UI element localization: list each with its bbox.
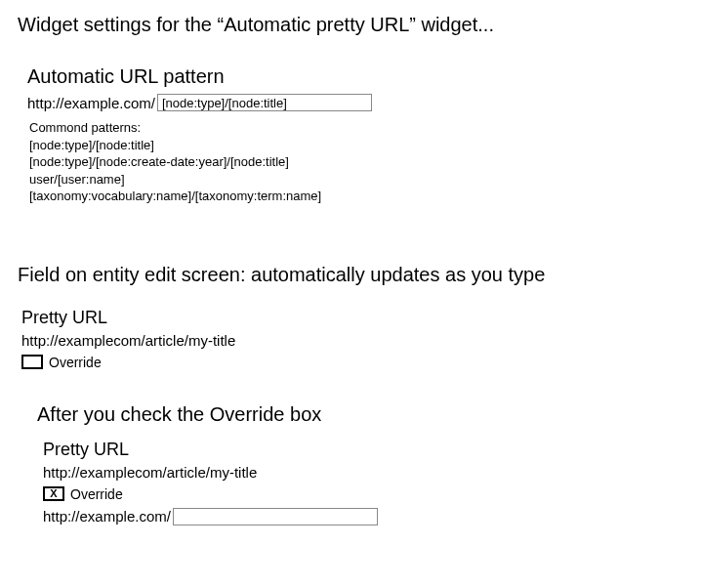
pretty-url-value: http://examplecom/article/my-title xyxy=(21,332,683,349)
hint-line: [taxonomy:vocabulary:name]/[taxonomy:ter… xyxy=(29,188,683,205)
override-checkbox-checked[interactable]: X xyxy=(43,486,64,501)
override-input-row: http://example.com/ xyxy=(43,508,683,525)
override-row: Override xyxy=(21,355,683,370)
pretty-url-label: Pretty URL xyxy=(21,308,683,328)
pattern-input-row: http://example.com/ xyxy=(27,94,683,111)
url-prefix-after: http://example.com/ xyxy=(43,508,171,525)
override-label-after: Override xyxy=(70,486,123,502)
after-heading: After you check the Override box xyxy=(37,403,683,426)
override-url-input[interactable] xyxy=(173,508,378,525)
widget-settings-section: Automatic URL pattern http://example.com… xyxy=(18,65,683,205)
entity-edit-heading: Field on entity edit screen: automatical… xyxy=(18,264,683,286)
override-row-checked: X Override xyxy=(43,486,683,502)
pattern-hints: Commond patterns: [node:type]/[node:titl… xyxy=(27,119,683,205)
override-label: Override xyxy=(49,355,102,370)
url-prefix-label: http://example.com/ xyxy=(27,95,155,111)
pattern-heading: Automatic URL pattern xyxy=(27,65,683,88)
hint-line: [node:type]/[node:title] xyxy=(29,137,683,154)
pretty-url-label-after: Pretty URL xyxy=(43,440,683,460)
pattern-input[interactable] xyxy=(157,94,372,111)
entity-edit-section: Field on entity edit screen: automatical… xyxy=(18,264,683,370)
after-override-section: After you check the Override box Pretty … xyxy=(18,403,683,525)
hint-line: [node:type]/[node:create-date:year]/[nod… xyxy=(29,153,683,171)
pretty-url-value-after: http://examplecom/article/my-title xyxy=(43,464,683,481)
page-title: Widget settings for the “Automatic prett… xyxy=(18,14,683,36)
override-checkbox[interactable] xyxy=(21,355,43,369)
hint-line: user/[user:name] xyxy=(29,171,683,189)
hints-title: Commond patterns: xyxy=(29,119,683,137)
